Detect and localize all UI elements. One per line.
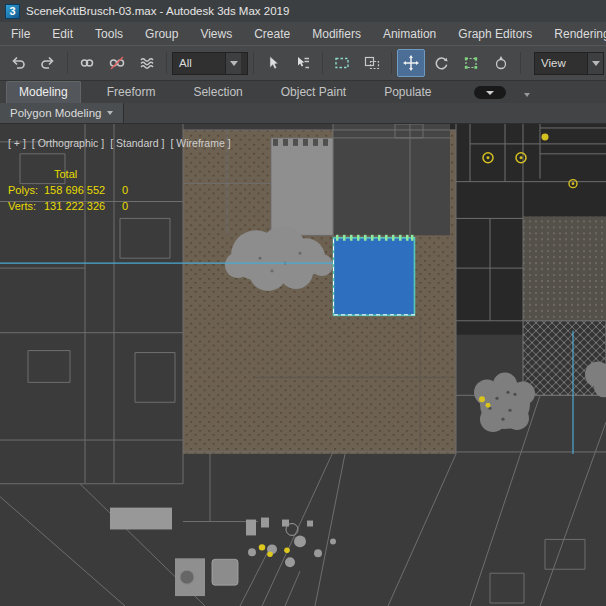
select-and-rotate-button[interactable] — [427, 49, 455, 77]
menu-tools[interactable]: Tools — [84, 27, 134, 41]
viewport-menu-shading[interactable]: [ Wireframe ] — [170, 137, 230, 149]
panel-tab-label: Polygon Modeling — [10, 107, 101, 119]
bind-to-space-warp-button[interactable] — [133, 49, 161, 77]
dropdown-arrow-icon — [225, 53, 241, 74]
menu-graph-editors[interactable]: Graph Editors — [447, 27, 543, 41]
menu-rendering[interactable]: Rendering — [543, 27, 606, 41]
select-and-place-icon — [492, 54, 510, 72]
statistics-overlay: Total Polys:158 696 5520 Verts:131 222 3… — [8, 166, 128, 214]
stats-header: Total — [54, 166, 128, 182]
toolbar-separator — [253, 52, 254, 74]
chevron-down-icon — [486, 91, 494, 95]
minimize-ribbon-button[interactable] — [474, 86, 506, 99]
viewport[interactable]: [ + ] [ Orthographic ] [ Standard ] [ Wi… — [0, 124, 606, 606]
menu-edit[interactable]: Edit — [41, 27, 84, 41]
ribbon-tab-selection[interactable]: Selection — [181, 82, 254, 103]
undo-icon — [9, 54, 27, 72]
redo-icon — [39, 54, 57, 72]
3ds-max-logo-icon: 3 — [5, 4, 20, 19]
viewport-label: [ + ] [ Orthographic ] [ Standard ] [ Wi… — [8, 137, 231, 149]
gravel-patch — [523, 216, 606, 320]
toolbar-separator — [520, 52, 521, 74]
title-bar: 3 SceneKottBrusch-03.max - Autodesk 3ds … — [0, 0, 606, 22]
select-and-place-button[interactable] — [487, 49, 515, 77]
upper-building-slab — [333, 124, 450, 235]
select-and-scale-icon — [462, 54, 480, 72]
reference-coordinate-system-dropdown[interactable]: View — [534, 52, 604, 75]
viewport-menu-standard[interactable]: [ Standard ] — [110, 137, 164, 149]
select-object-button[interactable] — [259, 49, 287, 77]
menu-animation[interactable]: Animation — [372, 27, 447, 41]
select-by-name-button[interactable] — [289, 49, 317, 77]
menu-bar: File Edit Tools Group Views Create Modif… — [0, 22, 606, 45]
selected-object[interactable] — [334, 235, 416, 315]
toolbar-separator — [166, 52, 167, 74]
main-toolbar: All — [0, 45, 606, 81]
stats-row-verts: Verts:131 222 3260 — [8, 198, 128, 214]
ribbon-panel-bar: Polygon Modeling — [0, 103, 606, 124]
viewport-menu-expand[interactable]: [ + ] — [8, 137, 26, 149]
select-object-icon — [264, 54, 282, 72]
rectangular-selection-region-icon — [333, 54, 351, 72]
selection-filter-dropdown[interactable]: All — [172, 52, 248, 75]
unlink-selection-icon — [108, 54, 126, 72]
chevron-down-icon — [107, 111, 113, 115]
selection-filter-value: All — [173, 57, 225, 69]
rectangular-selection-region-button[interactable] — [328, 49, 356, 77]
toolbar-separator — [391, 52, 392, 74]
viewport-menu-pov[interactable]: [ Orthographic ] — [32, 137, 104, 149]
select-and-link-button[interactable] — [73, 49, 101, 77]
select-and-scale-button[interactable] — [457, 49, 485, 77]
window-crossing-icon — [363, 54, 381, 72]
toolbar-separator — [67, 52, 68, 74]
select-and-move-button[interactable] — [397, 49, 425, 77]
polys-label: Polys: — [8, 182, 44, 198]
ribbon-tab-populate[interactable]: Populate — [372, 82, 443, 103]
menu-group[interactable]: Group — [134, 27, 189, 41]
polys-value: 158 696 552 — [44, 182, 122, 198]
app-window: 3 SceneKottBrusch-03.max - Autodesk 3ds … — [0, 0, 606, 606]
ribbon-tab-modeling[interactable]: Modeling — [6, 81, 81, 103]
bind-to-space-warp-icon — [138, 54, 156, 72]
undo-button[interactable] — [4, 49, 32, 77]
menu-file[interactable]: File — [0, 27, 41, 41]
select-and-move-icon — [402, 54, 420, 72]
unlink-selection-button[interactable] — [103, 49, 131, 77]
dropdown-arrow-icon — [587, 53, 603, 74]
coord-system-value: View — [535, 57, 587, 69]
select-and-rotate-icon — [432, 54, 450, 72]
toolbar-separator — [322, 52, 323, 74]
ribbon-tab-bar: Modeling Freeform Selection Object Paint… — [0, 81, 606, 103]
verts-selected: 0 — [122, 200, 128, 212]
ribbon-tab-object-paint[interactable]: Object Paint — [269, 82, 358, 103]
menu-views[interactable]: Views — [189, 27, 243, 41]
redo-button[interactable] — [34, 49, 62, 77]
polys-selected: 0 — [122, 184, 128, 196]
select-by-name-icon — [294, 54, 312, 72]
panel-tab-polygon-modeling[interactable]: Polygon Modeling — [0, 103, 124, 123]
building-strip — [271, 138, 333, 235]
ribbon-tab-freeform[interactable]: Freeform — [95, 82, 168, 103]
ribbon-options-arrow-icon[interactable] — [524, 93, 530, 97]
window-title: SceneKottBrusch-03.max - Autodesk 3ds Ma… — [26, 5, 289, 17]
menu-create[interactable]: Create — [243, 27, 301, 41]
stats-row-polys: Polys:158 696 5520 — [8, 182, 128, 198]
verts-value: 131 222 326 — [44, 198, 122, 214]
select-and-link-icon — [78, 54, 96, 72]
menu-modifiers[interactable]: Modifiers — [301, 27, 372, 41]
window-crossing-button[interactable] — [358, 49, 386, 77]
verts-label: Verts: — [8, 198, 44, 214]
